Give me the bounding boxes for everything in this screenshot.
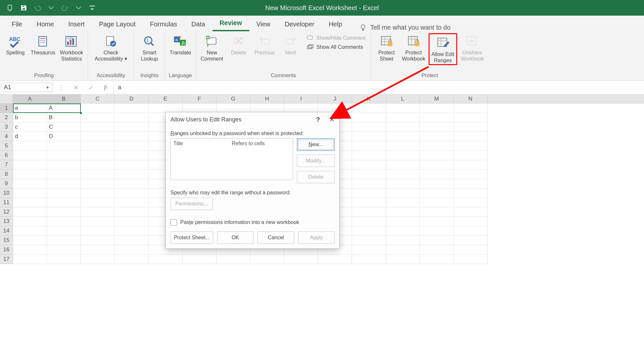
close-icon[interactable]: ✕ [329, 116, 335, 123]
cell[interactable] [420, 217, 454, 226]
row-header[interactable]: 9 [0, 179, 13, 188]
cell[interactable] [115, 188, 149, 198]
cell[interactable] [454, 217, 488, 226]
cell[interactable] [318, 104, 352, 113]
row-header[interactable]: 8 [0, 170, 13, 179]
cell[interactable] [352, 113, 386, 122]
cell[interactable] [420, 207, 454, 217]
cell[interactable] [115, 113, 149, 122]
cell[interactable]: C [47, 122, 81, 132]
tab-data[interactable]: Data [184, 17, 212, 31]
cell[interactable] [115, 226, 149, 236]
cell[interactable] [115, 151, 149, 160]
cell[interactable] [420, 179, 454, 188]
cell[interactable] [420, 132, 454, 141]
cell[interactable] [81, 236, 115, 245]
cell[interactable] [352, 198, 386, 207]
col-header[interactable]: D [115, 94, 149, 103]
cell[interactable] [81, 255, 115, 264]
tab-pagelayout[interactable]: Page Layout [92, 17, 143, 31]
row-header[interactable]: 2 [0, 113, 13, 122]
cell[interactable] [352, 104, 386, 113]
cell[interactable] [386, 141, 420, 151]
cell[interactable] [115, 141, 149, 151]
col-header[interactable]: G [216, 94, 250, 103]
protect-workbook-button[interactable]: Protect Workbook [401, 33, 427, 65]
cell[interactable] [284, 104, 318, 113]
tab-review[interactable]: Review [212, 16, 249, 31]
smart-lookup-button[interactable]: i Smart Lookup [137, 33, 161, 62]
select-all-triangle[interactable] [0, 94, 13, 103]
cell[interactable] [81, 151, 115, 160]
cell[interactable] [115, 170, 149, 179]
cell[interactable] [420, 255, 454, 264]
cell[interactable] [454, 132, 488, 141]
cell[interactable] [386, 160, 420, 170]
undo-dropdown-icon[interactable] [44, 0, 58, 16]
cell[interactable] [47, 236, 81, 245]
qat-customize-icon[interactable] [85, 0, 99, 16]
cell[interactable] [81, 179, 115, 188]
cell[interactable] [81, 132, 115, 141]
cell[interactable]: c [13, 122, 47, 132]
cell[interactable] [47, 179, 81, 188]
cell[interactable] [13, 198, 47, 207]
show-all-comments-button[interactable]: Show All Comments [305, 44, 368, 51]
cell[interactable] [81, 160, 115, 170]
cell[interactable] [454, 188, 488, 198]
delete-range-button[interactable]: Delete [297, 171, 335, 183]
help-icon[interactable]: ? [316, 116, 320, 123]
cell[interactable] [352, 170, 386, 179]
cell[interactable] [420, 151, 454, 160]
cell[interactable] [13, 236, 47, 245]
cell[interactable] [352, 226, 386, 236]
cell[interactable] [386, 188, 420, 198]
col-header[interactable]: L [386, 94, 420, 103]
cell[interactable] [352, 151, 386, 160]
cell[interactable]: B [47, 113, 81, 122]
unshare-workbook-button[interactable]: Unshare Workbook [459, 33, 485, 65]
chevron-down-icon[interactable]: ▼ [46, 85, 50, 90]
cell[interactable] [81, 245, 115, 255]
cell[interactable] [13, 188, 47, 198]
cell[interactable] [420, 188, 454, 198]
cell[interactable] [454, 141, 488, 151]
cell[interactable] [420, 122, 454, 132]
thesaurus-button[interactable]: Thesaurus [29, 33, 57, 62]
cell[interactable] [115, 207, 149, 217]
cell[interactable] [386, 217, 420, 226]
cell[interactable] [284, 255, 318, 264]
cell[interactable] [149, 104, 183, 113]
check-accessibility-button[interactable]: Check Accessibility ▾ [91, 33, 130, 62]
cell[interactable] [115, 245, 149, 255]
undo-icon[interactable] [31, 0, 44, 16]
col-header[interactable]: E [149, 94, 183, 103]
cell[interactable] [81, 217, 115, 226]
cell[interactable] [352, 236, 386, 245]
tab-help[interactable]: Help [322, 17, 349, 31]
tell-me[interactable]: Tell me what you want to do [359, 23, 451, 31]
row-header[interactable]: 3 [0, 122, 13, 132]
cell[interactable] [47, 217, 81, 226]
row-header[interactable]: 17 [0, 255, 13, 264]
cell[interactable] [386, 255, 420, 264]
redo-dropdown-icon[interactable] [72, 0, 85, 16]
cell[interactable] [47, 151, 81, 160]
col-header[interactable]: J [318, 94, 352, 103]
cancel-entry-icon[interactable]: ✕ [68, 81, 83, 94]
cell[interactable] [352, 160, 386, 170]
delete-comment-button[interactable]: Delete [227, 33, 251, 62]
protect-sheet-button[interactable]: Protect Sheet [374, 33, 399, 65]
row-header[interactable]: 15 [0, 236, 13, 245]
cell[interactable] [13, 245, 47, 255]
cell[interactable] [352, 132, 386, 141]
cell[interactable] [386, 198, 420, 207]
cell[interactable] [386, 104, 420, 113]
cell[interactable] [250, 255, 284, 264]
cell[interactable] [318, 255, 352, 264]
row-header[interactable]: 16 [0, 245, 13, 255]
cell[interactable] [352, 188, 386, 198]
cell[interactable] [115, 104, 149, 113]
cell[interactable] [386, 236, 420, 245]
cell[interactable] [81, 198, 115, 207]
